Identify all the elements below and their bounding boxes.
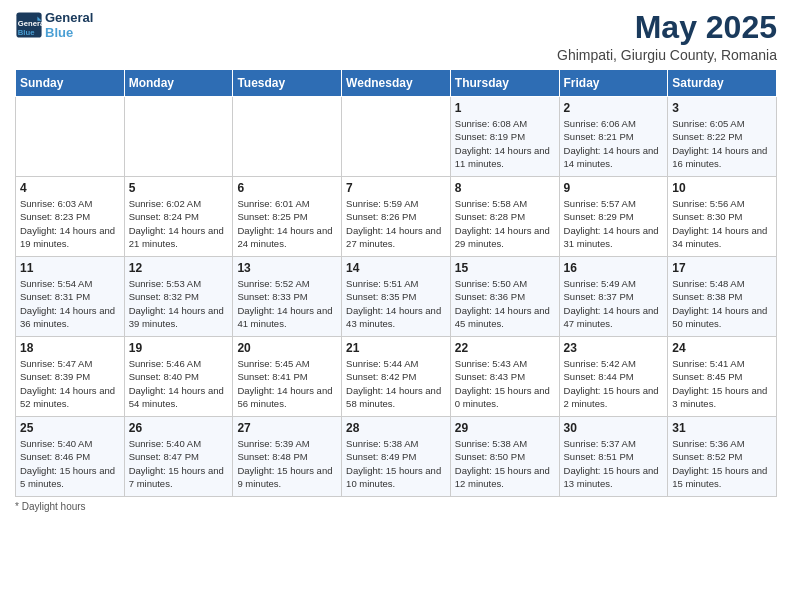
day-info: Sunrise: 6:01 AM Sunset: 8:25 PM Dayligh… — [237, 197, 337, 250]
day-info: Sunrise: 5:38 AM Sunset: 8:50 PM Dayligh… — [455, 437, 555, 490]
calendar-cell: 7Sunrise: 5:59 AM Sunset: 8:26 PM Daylig… — [342, 177, 451, 257]
calendar-cell: 22Sunrise: 5:43 AM Sunset: 8:43 PM Dayli… — [450, 337, 559, 417]
day-number: 4 — [20, 181, 120, 195]
day-number: 10 — [672, 181, 772, 195]
day-number: 5 — [129, 181, 229, 195]
day-info: Sunrise: 6:08 AM Sunset: 8:19 PM Dayligh… — [455, 117, 555, 170]
calendar-cell: 3Sunrise: 6:05 AM Sunset: 8:22 PM Daylig… — [668, 97, 777, 177]
calendar-week-row: 25Sunrise: 5:40 AM Sunset: 8:46 PM Dayli… — [16, 417, 777, 497]
day-number: 17 — [672, 261, 772, 275]
day-info: Sunrise: 5:46 AM Sunset: 8:40 PM Dayligh… — [129, 357, 229, 410]
day-number: 23 — [564, 341, 664, 355]
day-info: Sunrise: 5:49 AM Sunset: 8:37 PM Dayligh… — [564, 277, 664, 330]
calendar-cell: 5Sunrise: 6:02 AM Sunset: 8:24 PM Daylig… — [124, 177, 233, 257]
calendar-cell: 30Sunrise: 5:37 AM Sunset: 8:51 PM Dayli… — [559, 417, 668, 497]
day-info: Sunrise: 5:45 AM Sunset: 8:41 PM Dayligh… — [237, 357, 337, 410]
calendar-cell: 1Sunrise: 6:08 AM Sunset: 8:19 PM Daylig… — [450, 97, 559, 177]
day-info: Sunrise: 5:47 AM Sunset: 8:39 PM Dayligh… — [20, 357, 120, 410]
day-info: Sunrise: 5:50 AM Sunset: 8:36 PM Dayligh… — [455, 277, 555, 330]
day-number: 31 — [672, 421, 772, 435]
day-info: Sunrise: 5:58 AM Sunset: 8:28 PM Dayligh… — [455, 197, 555, 250]
calendar-cell: 2Sunrise: 6:06 AM Sunset: 8:21 PM Daylig… — [559, 97, 668, 177]
calendar-cell: 18Sunrise: 5:47 AM Sunset: 8:39 PM Dayli… — [16, 337, 125, 417]
day-info: Sunrise: 5:43 AM Sunset: 8:43 PM Dayligh… — [455, 357, 555, 410]
day-number: 24 — [672, 341, 772, 355]
calendar-cell: 8Sunrise: 5:58 AM Sunset: 8:28 PM Daylig… — [450, 177, 559, 257]
calendar-cell: 12Sunrise: 5:53 AM Sunset: 8:32 PM Dayli… — [124, 257, 233, 337]
day-number: 18 — [20, 341, 120, 355]
logo-text: General Blue — [45, 10, 93, 40]
day-info: Sunrise: 5:57 AM Sunset: 8:29 PM Dayligh… — [564, 197, 664, 250]
main-container: General Blue General Blue May 2025 Ghimp… — [0, 0, 792, 522]
calendar-cell: 28Sunrise: 5:38 AM Sunset: 8:49 PM Dayli… — [342, 417, 451, 497]
calendar-week-row: 18Sunrise: 5:47 AM Sunset: 8:39 PM Dayli… — [16, 337, 777, 417]
day-info: Sunrise: 5:38 AM Sunset: 8:49 PM Dayligh… — [346, 437, 446, 490]
day-info: Sunrise: 5:40 AM Sunset: 8:47 PM Dayligh… — [129, 437, 229, 490]
day-number: 20 — [237, 341, 337, 355]
calendar-cell — [342, 97, 451, 177]
day-number: 28 — [346, 421, 446, 435]
day-info: Sunrise: 5:44 AM Sunset: 8:42 PM Dayligh… — [346, 357, 446, 410]
calendar-cell: 16Sunrise: 5:49 AM Sunset: 8:37 PM Dayli… — [559, 257, 668, 337]
calendar-cell: 6Sunrise: 6:01 AM Sunset: 8:25 PM Daylig… — [233, 177, 342, 257]
day-info: Sunrise: 6:06 AM Sunset: 8:21 PM Dayligh… — [564, 117, 664, 170]
calendar-table: SundayMondayTuesdayWednesdayThursdayFrid… — [15, 69, 777, 497]
day-number: 19 — [129, 341, 229, 355]
day-number: 21 — [346, 341, 446, 355]
day-number: 30 — [564, 421, 664, 435]
day-info: Sunrise: 5:56 AM Sunset: 8:30 PM Dayligh… — [672, 197, 772, 250]
day-number: 2 — [564, 101, 664, 115]
day-number: 6 — [237, 181, 337, 195]
calendar-cell — [233, 97, 342, 177]
main-title: May 2025 — [557, 10, 777, 45]
calendar-cell: 17Sunrise: 5:48 AM Sunset: 8:38 PM Dayli… — [668, 257, 777, 337]
day-number: 8 — [455, 181, 555, 195]
day-number: 25 — [20, 421, 120, 435]
day-info: Sunrise: 5:59 AM Sunset: 8:26 PM Dayligh… — [346, 197, 446, 250]
calendar-cell: 31Sunrise: 5:36 AM Sunset: 8:52 PM Dayli… — [668, 417, 777, 497]
day-info: Sunrise: 5:53 AM Sunset: 8:32 PM Dayligh… — [129, 277, 229, 330]
calendar-cell: 11Sunrise: 5:54 AM Sunset: 8:31 PM Dayli… — [16, 257, 125, 337]
day-info: Sunrise: 5:54 AM Sunset: 8:31 PM Dayligh… — [20, 277, 120, 330]
weekday-header: Wednesday — [342, 70, 451, 97]
calendar-cell: 24Sunrise: 5:41 AM Sunset: 8:45 PM Dayli… — [668, 337, 777, 417]
calendar-cell — [16, 97, 125, 177]
day-number: 15 — [455, 261, 555, 275]
weekday-header: Friday — [559, 70, 668, 97]
calendar-cell: 19Sunrise: 5:46 AM Sunset: 8:40 PM Dayli… — [124, 337, 233, 417]
day-number: 1 — [455, 101, 555, 115]
day-number: 3 — [672, 101, 772, 115]
day-info: Sunrise: 6:03 AM Sunset: 8:23 PM Dayligh… — [20, 197, 120, 250]
calendar-cell: 26Sunrise: 5:40 AM Sunset: 8:47 PM Dayli… — [124, 417, 233, 497]
calendar-cell: 13Sunrise: 5:52 AM Sunset: 8:33 PM Dayli… — [233, 257, 342, 337]
calendar-week-row: 4Sunrise: 6:03 AM Sunset: 8:23 PM Daylig… — [16, 177, 777, 257]
header: General Blue General Blue May 2025 Ghimp… — [15, 10, 777, 63]
day-info: Sunrise: 5:41 AM Sunset: 8:45 PM Dayligh… — [672, 357, 772, 410]
calendar-cell: 23Sunrise: 5:42 AM Sunset: 8:44 PM Dayli… — [559, 337, 668, 417]
calendar-cell: 27Sunrise: 5:39 AM Sunset: 8:48 PM Dayli… — [233, 417, 342, 497]
calendar-cell: 9Sunrise: 5:57 AM Sunset: 8:29 PM Daylig… — [559, 177, 668, 257]
calendar-cell: 29Sunrise: 5:38 AM Sunset: 8:50 PM Dayli… — [450, 417, 559, 497]
day-number: 12 — [129, 261, 229, 275]
day-number: 13 — [237, 261, 337, 275]
logo: General Blue General Blue — [15, 10, 93, 40]
day-number: 27 — [237, 421, 337, 435]
subtitle: Ghimpati, Giurgiu County, Romania — [557, 47, 777, 63]
calendar-cell: 4Sunrise: 6:03 AM Sunset: 8:23 PM Daylig… — [16, 177, 125, 257]
day-number: 9 — [564, 181, 664, 195]
calendar-week-row: 1Sunrise: 6:08 AM Sunset: 8:19 PM Daylig… — [16, 97, 777, 177]
day-number: 16 — [564, 261, 664, 275]
day-info: Sunrise: 5:48 AM Sunset: 8:38 PM Dayligh… — [672, 277, 772, 330]
footer-note: * Daylight hours — [15, 501, 777, 512]
logo-icon: General Blue — [15, 11, 43, 39]
calendar-cell — [124, 97, 233, 177]
day-number: 11 — [20, 261, 120, 275]
weekday-header: Monday — [124, 70, 233, 97]
calendar-cell: 25Sunrise: 5:40 AM Sunset: 8:46 PM Dayli… — [16, 417, 125, 497]
day-number: 14 — [346, 261, 446, 275]
day-number: 7 — [346, 181, 446, 195]
day-info: Sunrise: 6:02 AM Sunset: 8:24 PM Dayligh… — [129, 197, 229, 250]
calendar-week-row: 11Sunrise: 5:54 AM Sunset: 8:31 PM Dayli… — [16, 257, 777, 337]
header-row: SundayMondayTuesdayWednesdayThursdayFrid… — [16, 70, 777, 97]
day-number: 26 — [129, 421, 229, 435]
